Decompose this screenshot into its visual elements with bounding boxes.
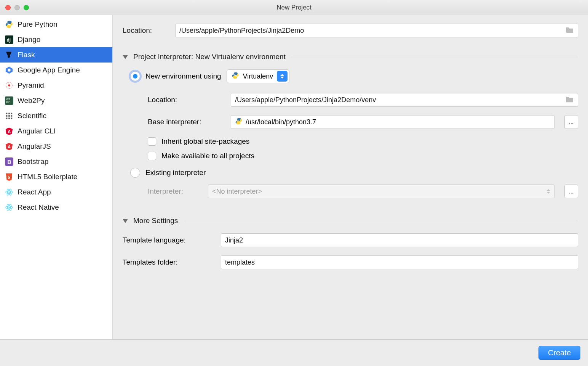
svg-rect-13 [8,115,10,117]
html5-icon: 5 [5,172,14,181]
svg-rect-9 [6,113,8,114]
sidebar-item-google-app-engine[interactable]: Google App Engine [0,63,112,78]
bootstrap-icon: B [5,157,14,166]
sidebar-item-pyramid[interactable]: Pyramid [0,78,112,93]
existing-interpreter-more-button: ... [564,185,578,198]
create-button[interactable]: Create [538,346,580,360]
interpreter-section-header[interactable]: Project Interpreter: New Virtualenv envi… [123,53,578,61]
python-icon [235,117,243,127]
sidebar-item-label: Pyramid [18,81,44,90]
sidebar-item-label: React Native [18,203,59,212]
svg-rect-17 [11,118,13,119]
sidebar-item-react-native[interactable]: React Native [0,200,112,215]
existing-interpreter-select: <No interpreter> [208,185,554,198]
existing-interpreter-value: <No interpreter> [212,188,262,196]
templates-folder-value: templates [225,258,255,266]
sidebar-item-label: Pure Python [18,20,58,29]
location-value: /Users/apple/PythonProjects/Jinja2Demo [179,27,304,35]
svg-rect-16 [8,118,10,119]
env-location-input[interactable]: /Users/apple/PythonProjects/Jinja2Demo/v… [231,93,578,107]
sidebar-item-pure-python[interactable]: Pure Python [0,17,112,32]
divider [183,221,578,221]
browse-folder-icon[interactable] [566,26,574,35]
new-environment-radio[interactable] [130,71,140,81]
base-interpreter-select[interactable]: /usr/local/bin/python3.7 [231,115,554,129]
sidebar-item-flask[interactable]: Flask [0,47,112,63]
select-stepper-icon [544,186,553,197]
sidebar-item-label: Flask [18,51,35,59]
svg-rect-11 [11,113,13,114]
react-icon [5,188,14,197]
sidebar-item-bootstrap[interactable]: B Bootstrap [0,154,112,169]
select-stepper-icon [569,236,576,244]
angular-icon: A [5,127,14,136]
react-native-icon [5,203,14,212]
new-environment-label: New environment using [145,72,221,80]
env-tool-select[interactable]: Virtualenv [227,69,290,83]
flask-icon [5,50,14,59]
django-icon: dj [5,35,14,44]
sidebar-item-scientific[interactable]: Scientific [0,108,112,124]
gae-icon [5,66,14,75]
templates-folder-input[interactable]: templates [221,255,578,269]
template-language-label: Template language: [123,236,214,244]
interpreter-section-title: Project Interpreter: New Virtualenv envi… [133,53,286,61]
svg-rect-10 [8,113,10,114]
make-available-checkbox[interactable] [148,152,156,160]
location-input[interactable]: /Users/apple/PythonProjects/Jinja2Demo [175,24,578,37]
env-location-label: Location: [148,96,224,104]
base-interpreter-more-button[interactable]: ... [564,115,578,129]
inherit-packages-checkbox[interactable] [148,137,156,146]
sidebar-item-react-app[interactable]: React App [0,185,112,200]
svg-text:A: A [8,129,11,134]
base-interpreter-label: Base interpreter: [148,118,224,126]
svg-rect-15 [6,118,8,119]
base-interpreter-value: /usr/local/bin/python3.7 [246,118,316,126]
sidebar-item-label: Scientific [18,112,46,120]
existing-interpreter-label: Existing interpreter [145,169,206,177]
svg-text:A: A [8,144,11,149]
sidebar-item-angularjs[interactable]: A AngularJS [0,139,112,154]
sidebar-item-django[interactable]: dj Django [0,32,112,47]
svg-text:B: B [7,159,11,165]
sidebar-item-label: Google App Engine [18,66,80,74]
titlebar: New Project [0,0,588,15]
chevron-down-icon [123,55,128,59]
browse-folder-icon[interactable] [566,96,574,104]
sidebar-item-label: AngularJS [18,142,51,151]
sidebar-item-label: HTML5 Boilerplate [18,173,77,181]
sidebar-item-label: Django [18,35,40,44]
svg-point-3 [8,69,10,71]
more-settings-header[interactable]: More Settings [123,217,578,225]
pyramid-icon [5,81,14,90]
svg-text:PY: PY [6,101,10,104]
templates-folder-label: Templates folder: [123,258,214,266]
sidebar-item-web2py[interactable]: W2PY Web2Py [0,93,112,108]
angularjs-icon: A [5,142,14,151]
location-label: Location: [123,26,168,35]
svg-text:dj: dj [7,37,11,43]
template-language-select[interactable]: Jinja2 [221,233,578,247]
svg-point-26 [8,191,10,193]
sidebar-item-html5-boilerplate[interactable]: 5 HTML5 Boilerplate [0,169,112,185]
select-stepper-icon [545,118,553,126]
env-location-value: /Users/apple/PythonProjects/Jinja2Demo/v… [235,96,376,104]
svg-text:5: 5 [8,175,10,180]
scientific-icon [5,111,14,120]
existing-interpreter-radio[interactable] [130,168,140,178]
chevron-down-icon [123,219,128,223]
sidebar-item-label: Angular CLI [18,127,56,135]
interpreter-label: Interpreter: [148,187,201,196]
sidebar-item-label: Bootstrap [18,157,48,166]
make-available-label: Make available to all projects [161,152,254,160]
project-type-sidebar: Pure Python dj Django Flask Google App E… [0,15,113,339]
inherit-packages-label: Inherit global site-packages [161,137,249,146]
svg-rect-12 [6,115,8,117]
env-tool-value: Virtualenv [243,72,273,80]
svg-rect-14 [11,115,13,117]
sidebar-item-angular-cli[interactable]: A Angular CLI [0,124,112,139]
select-stepper-icon [277,71,288,82]
python-icon [232,72,239,81]
svg-point-30 [8,207,10,208]
more-settings-title: More Settings [133,217,178,225]
